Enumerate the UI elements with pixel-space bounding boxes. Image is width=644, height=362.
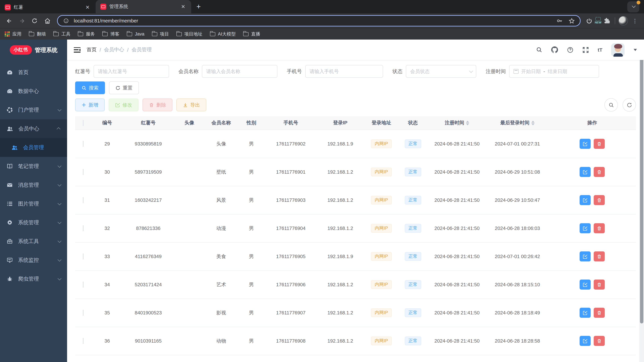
search-icon[interactable]: [536, 46, 542, 53]
bookmark-folder[interactable]: Java: [127, 31, 144, 37]
extensions-puzzle-icon[interactable]: [603, 16, 612, 25]
site-info-icon[interactable]: [62, 16, 70, 25]
cell-gender: 男: [237, 186, 266, 214]
reset-button[interactable]: 重置: [109, 81, 139, 94]
row-checkbox[interactable]: [83, 253, 84, 259]
row-delete-button[interactable]: [594, 195, 605, 205]
row-checkbox[interactable]: [83, 197, 84, 203]
tab-close-icon[interactable]: ✕: [180, 3, 186, 10]
row-edit-button[interactable]: [580, 139, 591, 149]
bookmark-folder[interactable]: 工具: [53, 31, 70, 37]
bookmark-folder[interactable]: AI大模型: [210, 31, 236, 37]
sidebar-item-messages[interactable]: 消息管理: [0, 176, 67, 194]
new-tab-button[interactable]: +: [193, 2, 204, 12]
sidebar-item-portal[interactable]: 门户管理: [0, 100, 67, 119]
row-delete-button[interactable]: [594, 139, 605, 149]
row-edit-button[interactable]: [580, 195, 591, 205]
sidebar-item-data-center[interactable]: 数据中心: [0, 82, 67, 100]
row-edit-button[interactable]: [580, 223, 591, 233]
sidebar-item-home[interactable]: 首页: [0, 63, 67, 82]
bookmark-star-icon[interactable]: [567, 16, 576, 25]
password-key-icon[interactable]: [555, 16, 564, 25]
caret-down-icon[interactable]: [633, 48, 637, 51]
sidebar-item-member-management[interactable]: 会员管理: [0, 138, 67, 157]
col-last-login[interactable]: 最后登录时间: [486, 116, 548, 130]
edit-button[interactable]: 修改: [109, 98, 138, 111]
row-checkbox[interactable]: [83, 338, 84, 344]
row-checkbox[interactable]: [83, 141, 84, 147]
row-edit-button[interactable]: [580, 280, 591, 290]
sidebar-item-monitor[interactable]: 系统监控: [0, 251, 67, 270]
row-checkbox[interactable]: [83, 169, 84, 175]
date-range-picker[interactable]: 开始日期 - 结束日期: [509, 65, 599, 78]
sidebar-collapse-icon[interactable]: [74, 47, 80, 52]
bookmark-folder[interactable]: 项目: [152, 31, 169, 37]
browser-tab-1[interactable]: 红薯 ✕: [0, 1, 96, 13]
scrollbar-thumb[interactable]: [640, 39, 643, 323]
phone-input[interactable]: 请输入手机号: [305, 65, 383, 78]
refresh-table-button[interactable]: [622, 98, 636, 112]
rsn-input[interactable]: 请输入红薯号: [94, 65, 169, 78]
row-delete-button[interactable]: [594, 280, 605, 290]
toggle-search-button[interactable]: [604, 98, 618, 112]
row-delete-button[interactable]: [594, 251, 605, 261]
row-delete-button[interactable]: [594, 336, 605, 346]
export-button[interactable]: 导出: [176, 98, 206, 111]
row-delete-button[interactable]: [594, 167, 605, 177]
cell-last-login: 2024-06-29 10:51:08: [486, 158, 548, 186]
sidebar-item-crawler[interactable]: 爬虫管理: [0, 270, 67, 288]
delete-button[interactable]: 删除: [142, 98, 172, 111]
url-bar[interactable]: localhost:81/member/member: [57, 15, 580, 26]
row-checkbox[interactable]: [83, 310, 84, 316]
font-size-icon[interactable]: tT: [598, 47, 602, 53]
col-id: 编号: [91, 116, 123, 130]
status-select[interactable]: 会员状态: [406, 65, 476, 78]
sidebar-item-system[interactable]: 系统管理: [0, 213, 67, 232]
browser-menu-icon[interactable]: ⋮: [629, 15, 641, 26]
back-button[interactable]: [3, 15, 15, 26]
sidebar-item-tools[interactable]: 系统工具: [0, 232, 67, 251]
row-edit-button[interactable]: [580, 167, 591, 177]
bookmark-folder[interactable]: 博客: [102, 31, 120, 37]
col-avatar: 头像: [174, 116, 205, 130]
col-reg-time[interactable]: 注册时间: [428, 116, 486, 130]
search-button[interactable]: 搜索: [75, 81, 105, 94]
bookmark-apps[interactable]: 应用: [5, 31, 22, 37]
row-delete-button[interactable]: [594, 223, 605, 233]
row-delete-button[interactable]: [594, 308, 605, 318]
fullscreen-icon[interactable]: [582, 46, 589, 53]
sidebar-item-member-center[interactable]: 会员中心: [0, 119, 67, 138]
select-all-checkbox[interactable]: [83, 120, 84, 126]
row-checkbox[interactable]: [83, 225, 84, 231]
breadcrumb-home[interactable]: 首页: [86, 46, 96, 53]
reload-button[interactable]: [29, 15, 40, 26]
sidebar-item-notes[interactable]: 笔记管理: [0, 157, 67, 176]
bookmark-folder[interactable]: 翻墙: [29, 31, 46, 37]
row-edit-button[interactable]: [580, 336, 591, 346]
login-area-badge: 内网IP: [371, 196, 392, 204]
bookmark-folder[interactable]: 项目地址: [176, 31, 202, 37]
bookmark-folder[interactable]: 直播: [243, 31, 260, 37]
app-logo[interactable]: 小红书 管理系统: [0, 39, 67, 60]
tab-close-icon[interactable]: ✕: [84, 4, 91, 11]
rsn-label: 红薯号: [75, 68, 90, 75]
tab-search-button[interactable]: [627, 1, 639, 12]
page-scrollbar[interactable]: [639, 39, 644, 362]
browser-profile-avatar[interactable]: [618, 16, 628, 25]
new-extension-icon[interactable]: NEW: [595, 17, 602, 24]
row-edit-button[interactable]: [580, 251, 591, 261]
url-text[interactable]: localhost:81/member/member: [74, 18, 552, 23]
help-icon[interactable]: [567, 46, 574, 53]
sidebar-item-images[interactable]: 图片管理: [0, 194, 67, 213]
row-edit-button[interactable]: [580, 308, 591, 318]
user-avatar[interactable]: [611, 43, 624, 56]
add-button[interactable]: 新增: [75, 98, 105, 111]
browser-tab-2[interactable]: 管理系统 ✕: [96, 0, 191, 13]
bookmark-folder[interactable]: 服务: [78, 31, 95, 37]
home-button[interactable]: [42, 15, 53, 26]
forward-button[interactable]: [16, 15, 28, 26]
row-checkbox[interactable]: [83, 282, 84, 288]
member-name-input[interactable]: 请输入会员名称: [202, 65, 278, 78]
github-icon[interactable]: [551, 46, 558, 53]
power-extension-icon[interactable]: [585, 16, 593, 25]
